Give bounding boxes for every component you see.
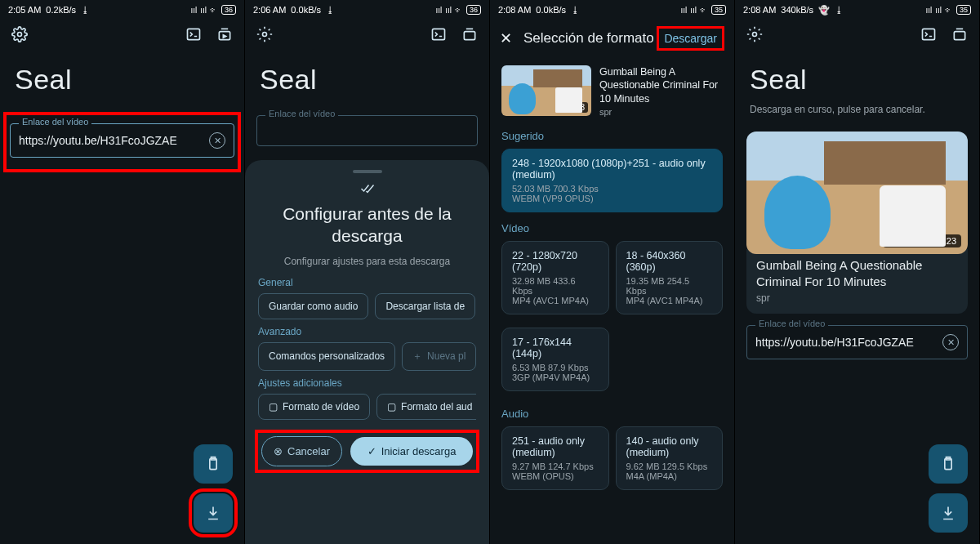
cancel-button-label: Cancelar <box>287 445 330 457</box>
plus-icon: ＋ <box>412 350 422 363</box>
cancel-button[interactable]: ⊗ Cancelar <box>261 436 342 466</box>
clear-icon[interactable]: ✕ <box>209 132 225 149</box>
url-input-label: Enlace del vídeo <box>19 117 91 127</box>
app-toolbar <box>735 18 979 51</box>
url-input[interactable]: Enlace del vídeo https://youtu.be/H31Fco… <box>10 123 234 158</box>
audio-icon: ▢ <box>387 401 396 412</box>
config-sheet: Configurar antes de la descarga Configur… <box>245 160 489 544</box>
format-size: 52.03 MB 700.3 Kbps <box>512 184 712 194</box>
downloading-card[interactable]: 52.03 MB · 10:23 Gumball Being A Questio… <box>746 132 968 314</box>
status-time: 2:08 AM <box>498 5 531 15</box>
settings-icon[interactable] <box>746 26 763 42</box>
wifi-icon: ᯤ <box>455 6 463 15</box>
queue-icon[interactable] <box>951 26 968 42</box>
format-codec: WEBM (VP9 OPUS) <box>512 194 712 203</box>
battery-icon: 35 <box>956 5 971 15</box>
app-title: Seal <box>0 51 244 104</box>
signal-icon: ııl <box>445 6 452 15</box>
download-fab[interactable] <box>194 493 233 533</box>
signal-icon: ııl <box>935 6 942 15</box>
download-indicator-icon: ⭳ <box>326 5 335 15</box>
downloading-title: Gumball Being A Questionable Criminal Fo… <box>756 257 958 289</box>
format-title: Selección de formato <box>523 30 654 47</box>
close-icon: ⊗ <box>274 445 283 457</box>
snapchat-icon: 👻 <box>818 5 830 16</box>
status-time: 2:06 AM <box>253 5 286 15</box>
url-input-value <box>265 124 469 137</box>
downloading-thumbnail: 52.03 MB · 10:23 <box>746 132 968 254</box>
section-audio: Audio <box>501 408 723 420</box>
queue-icon[interactable] <box>461 26 478 42</box>
url-input-label: Enlace del vídeo <box>265 109 338 118</box>
video-header: 10:23 Gumball Being A Questionable Crimi… <box>490 59 734 120</box>
svg-rect-9 <box>954 32 964 40</box>
svg-rect-5 <box>433 29 445 39</box>
format-video-720p[interactable]: 22 - 1280x720 (720p) 32.98 MB 433.6 Kbps… <box>501 241 609 314</box>
chip-download-playlist[interactable]: Descargar lista de <box>375 293 475 319</box>
status-net: 0.0kB/s <box>536 5 566 15</box>
queue-icon[interactable] <box>216 26 233 42</box>
section-general: General <box>258 277 476 288</box>
check-icon: ✓ <box>368 445 376 457</box>
chip-video-format[interactable]: ▢Formato de vídeo <box>258 394 370 420</box>
format-audio-opus[interactable]: 251 - audio only (medium) 9.27 MB 124.7 … <box>501 426 609 490</box>
terminal-icon[interactable] <box>185 26 202 42</box>
wifi-icon: ᯤ <box>700 6 708 15</box>
format-audio-m4a[interactable]: 140 - audio only (medium) 9.62 MB 129.5 … <box>616 426 724 490</box>
section-video: Vídeo <box>501 222 723 234</box>
status-net: 0.2kB/s <box>46 5 76 15</box>
fab-column <box>929 444 968 533</box>
download-indicator-icon: ⭳ <box>81 5 90 15</box>
chip-save-audio[interactable]: Guardar como audio <box>258 293 368 319</box>
paste-fab[interactable] <box>929 444 968 484</box>
format-suggested[interactable]: 248 - 1920x1080 (1080p)+251 - audio only… <box>501 149 723 212</box>
battery-icon: 35 <box>711 5 726 15</box>
signal-icon: ııl <box>680 6 687 15</box>
download-indicator-icon: ⭳ <box>835 5 844 15</box>
url-input-value: https://youtu.be/H31FcoJGZAE <box>19 134 209 147</box>
close-icon[interactable]: ✕ <box>500 29 512 47</box>
download-fab[interactable] <box>929 493 968 533</box>
url-field-wrap: Enlace del vídeo <box>256 115 478 146</box>
download-indicator-icon: ⭳ <box>571 5 580 15</box>
signal-icon: ııl <box>190 6 197 15</box>
video-title: Gumball Being A Questionable Criminal Fo… <box>599 65 723 105</box>
start-download-button[interactable]: ✓ Iniciar descarga <box>350 437 473 466</box>
chip-custom-commands[interactable]: Comandos personalizados <box>258 342 395 371</box>
format-label: 248 - 1920x1080 (1080p)+251 - audio only… <box>512 158 712 181</box>
format-video-144p[interactable]: 17 - 176x144 (144p) 6.53 MB 87.9 Kbps 3G… <box>501 328 609 391</box>
signal-icon: ııl <box>200 6 207 15</box>
terminal-icon[interactable] <box>430 26 447 42</box>
settings-icon[interactable] <box>256 26 273 42</box>
format-video-360p[interactable]: 18 - 640x360 (360p) 19.35 MB 254.5 Kbps … <box>616 241 724 314</box>
paste-fab[interactable] <box>194 444 233 484</box>
terminal-icon[interactable] <box>920 26 937 42</box>
chip-new-template[interactable]: ＋Nueva pl <box>402 342 476 371</box>
action-row-highlight: ⊗ Cancelar ✓ Iniciar descarga <box>255 430 479 473</box>
app-title: Seal <box>735 51 979 104</box>
phone-screen-1: 2:05 AM 0.2kB/s ⭳ ııl ııl ᯤ 36 Seal Enla… <box>0 0 245 544</box>
battery-icon: 36 <box>466 5 481 15</box>
phone-screen-4: 2:08 AM 340kB/s 👻 ⭳ ııl ııl ᯤ 35 Seal De… <box>735 0 980 544</box>
svg-point-7 <box>753 33 757 37</box>
settings-icon[interactable] <box>11 26 28 42</box>
svg-rect-1 <box>188 29 200 39</box>
app-toolbar <box>245 18 489 51</box>
video-channel: spr <box>599 107 723 117</box>
wifi-icon: ᯤ <box>945 6 953 15</box>
sheet-handle[interactable] <box>353 170 382 173</box>
video-icon: ▢ <box>269 401 278 412</box>
phone-screen-2: 2:06 AM 0.0kB/s ⭳ ııl ııl ᯤ 36 Seal Enla… <box>245 0 490 544</box>
svg-rect-8 <box>923 29 935 39</box>
url-input[interactable]: Enlace del vídeo <box>256 115 478 146</box>
url-input[interactable]: Enlace del vídeo https://youtu.be/H31Fco… <box>746 325 968 359</box>
chip-audio-format[interactable]: ▢Formato del aud <box>376 394 476 420</box>
thumb-badge: 52.03 MB · 10:23 <box>883 234 961 247</box>
downloading-channel: spr <box>756 292 958 304</box>
video-thumbnail: 10:23 <box>501 65 591 116</box>
clear-icon[interactable]: ✕ <box>942 334 959 350</box>
format-list[interactable]: Sugerido 248 - 1920x1080 (1080p)+251 - a… <box>490 120 734 497</box>
download-button[interactable]: Descargar <box>657 26 724 51</box>
svg-point-4 <box>263 33 267 37</box>
wifi-icon: ᯤ <box>210 6 218 15</box>
